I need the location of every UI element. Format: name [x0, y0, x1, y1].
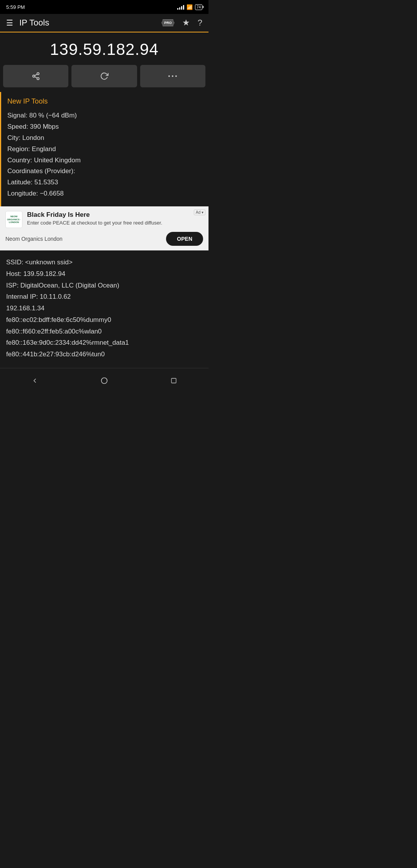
app-title: IP Tools	[19, 18, 161, 28]
coords-label: Coordinates (Provider):	[7, 166, 202, 177]
ip5-info: fe80::163e:9d0c:2334:dd42%rmnet_data1	[6, 337, 202, 349]
favorites-icon[interactable]: ★	[182, 18, 190, 28]
refresh-button[interactable]	[71, 65, 137, 87]
ad-title: Black Friday Is Here	[27, 211, 203, 219]
info-section: New IP Tools Signal: 80 % (−64 dBm) Spee…	[0, 92, 208, 206]
svg-line-4	[35, 74, 37, 76]
share-button[interactable]	[3, 65, 68, 87]
city-info: City: London	[7, 133, 202, 144]
signal-icon	[177, 4, 184, 10]
svg-point-5	[168, 75, 170, 77]
ad-label: Ad ▾	[194, 209, 205, 215]
signal-info: Signal: 80 % (−64 dBm)	[7, 110, 202, 121]
ip6-info: fe80::441b:2e27:93cb:d246%tun0	[6, 349, 202, 360]
ad-banner: Ad ▾ NEOM ORGANICS · LONDON Black Friday…	[0, 206, 208, 250]
ad-logo: NEOM ORGANICS · LONDON	[5, 211, 22, 228]
section-title: New IP Tools	[7, 97, 202, 106]
svg-point-7	[175, 75, 177, 77]
ip4-info: fe80::f660:e2ff:feb5:a00c%wlan0	[6, 326, 202, 337]
isp-info: ISP: DigitalOcean, LLC (Digital Ocean)	[6, 280, 202, 291]
more-button[interactable]	[140, 65, 205, 87]
latitude-info: Latitude: 51.5353	[7, 177, 202, 188]
network-section: SSID: <unknown ssid> Host: 139.59.182.94…	[0, 250, 208, 368]
top-nav: ☰ IP Tools PRO ★ ?	[0, 14, 208, 32]
status-bar: 5:59 PM 📶 74	[0, 0, 208, 14]
speed-info: Speed: 390 Mbps	[7, 121, 202, 133]
svg-point-6	[172, 75, 173, 77]
svg-line-3	[35, 77, 37, 78]
ad-logo-line1: NEOM	[10, 215, 17, 218]
ip2-info: 192.168.1.34	[6, 303, 202, 314]
ad-logo-line2: ORGANICS · LONDON	[7, 218, 21, 224]
menu-icon[interactable]: ☰	[6, 18, 13, 27]
ad-content: NEOM ORGANICS · LONDON Black Friday Is H…	[5, 211, 203, 228]
svg-rect-9	[171, 378, 176, 383]
help-icon[interactable]: ?	[198, 18, 202, 28]
country-info: Country: United Kingdom	[7, 155, 202, 166]
ip3-info: fe80::ec02:bdff:fe8e:6c50%dummy0	[6, 314, 202, 326]
internal-ip-info: Internal IP: 10.11.0.62	[6, 291, 202, 303]
status-time: 5:59 PM	[6, 4, 25, 10]
ad-footer: Neom Organics London OPEN	[5, 232, 203, 246]
recents-button[interactable]	[166, 373, 181, 388]
home-button[interactable]	[97, 373, 112, 388]
wifi-icon: 📶	[186, 4, 193, 10]
status-icons: 📶 74	[177, 4, 202, 10]
ssid-info: SSID: <unknown ssid>	[6, 257, 202, 268]
back-button[interactable]	[27, 373, 42, 388]
action-buttons	[0, 65, 208, 92]
longitude-info: Longitude: −0.6658	[7, 188, 202, 199]
ad-company: Neom Organics London	[5, 236, 63, 242]
bottom-nav	[0, 368, 208, 393]
ad-text: Black Friday Is Here Enter code PEACE at…	[27, 211, 203, 226]
ad-subtitle: Enter code PEACE at checkout to get your…	[27, 220, 203, 226]
pro-badge[interactable]: PRO	[161, 19, 175, 26]
nav-icons: PRO ★ ?	[161, 18, 202, 28]
ad-open-button[interactable]: OPEN	[166, 232, 203, 246]
battery-icon: 74	[195, 4, 202, 10]
ip-display: 139.59.182.94	[0, 32, 208, 65]
region-info: Region: England	[7, 144, 202, 155]
svg-point-8	[102, 378, 107, 383]
host-info: Host: 139.59.182.94	[6, 268, 202, 280]
ip-address: 139.59.182.94	[6, 40, 202, 59]
